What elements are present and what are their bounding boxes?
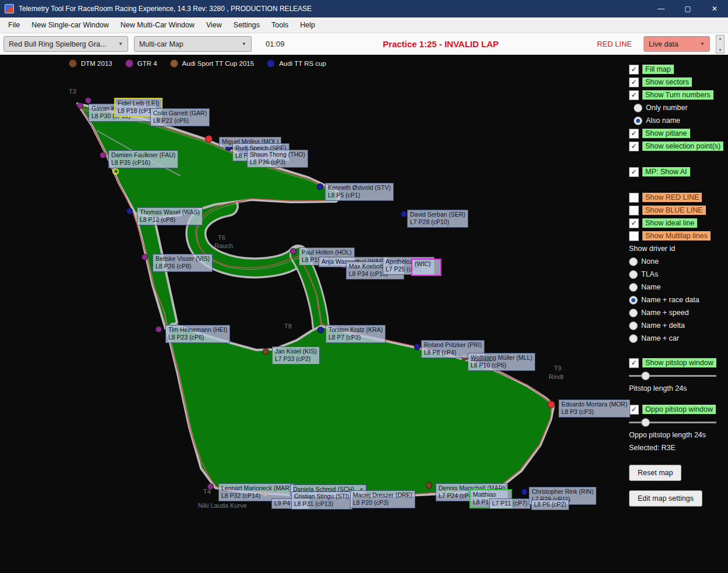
checkbox-show-pitlane[interactable]: ✓ bbox=[629, 129, 639, 139]
radio-name-race-data[interactable] bbox=[629, 296, 638, 305]
driver-label-thomas-wasel-was[interactable]: Thomas Wasel (WAS)L8 P12 (cP8) bbox=[137, 207, 203, 225]
radio-name-delta[interactable] bbox=[629, 321, 638, 330]
car-dot-red[interactable] bbox=[547, 401, 555, 408]
car-dot-navy[interactable] bbox=[317, 327, 324, 333]
driver-label-edoardo-mortara-mor[interactable]: Edoardo Mortara (MOR)L8 P3 (cP3) bbox=[559, 399, 630, 418]
checkbox-show-turn-numbers[interactable]: ✓ bbox=[629, 90, 639, 100]
car-dot-purple[interactable] bbox=[207, 483, 214, 490]
checkbox-show-red-line[interactable] bbox=[629, 193, 639, 203]
slider-thumb[interactable] bbox=[641, 372, 650, 380]
car-dot-purple[interactable] bbox=[77, 102, 83, 109]
car-dot-brown[interactable] bbox=[263, 348, 269, 355]
driver-name: Maciej Dreszer (DRE) bbox=[353, 491, 412, 499]
radio-row-name-car: Name + car bbox=[629, 333, 728, 344]
car-dot-navy[interactable] bbox=[401, 211, 407, 217]
car-dot-navy[interactable] bbox=[521, 489, 528, 495]
driver-label-colin-garrett-gar[interactable]: Colin Garrett (GAR)L8 P22 (cP5) bbox=[150, 108, 210, 126]
car-dot-purple[interactable] bbox=[142, 254, 148, 260]
car-dot-navy[interactable] bbox=[414, 344, 420, 350]
radio-name-speed[interactable] bbox=[629, 309, 638, 317]
driver-label-info[interactable]: L7 P11 (cP7) bbox=[489, 498, 531, 509]
menu-item-view[interactable]: View bbox=[200, 19, 228, 31]
car-dot-purple[interactable] bbox=[156, 326, 162, 333]
driver-name: (WIC) bbox=[415, 260, 438, 268]
radio-row-name-race-data: Name + race data bbox=[629, 295, 728, 305]
slider-pitstop-length[interactable] bbox=[629, 371, 716, 380]
car-dot-purple[interactable] bbox=[290, 248, 296, 254]
menu-item-tools[interactable]: Tools bbox=[266, 19, 294, 31]
driver-label-beitske-visser-vis[interactable]: Beitske Visser (VIS)L8 P26 (cP8) bbox=[153, 254, 213, 272]
map-area[interactable]: DTM 2013GTR 4Audi Sport TT Cup 2015Audi … bbox=[0, 55, 728, 573]
radio-name[interactable] bbox=[629, 283, 638, 292]
checkbox-fill-map[interactable]: ✓ bbox=[629, 65, 639, 75]
radio-label: None bbox=[641, 257, 662, 266]
driver-label-wolfgang-m-ller-mll[interactable]: Wolfgang Müller (MLL)L8 P10 (cP6) bbox=[468, 353, 535, 371]
track-select[interactable]: Red Bull Ring Spielberg Gra... ▼ bbox=[3, 36, 128, 52]
driver-name: Torsten Kratz (KRA) bbox=[328, 326, 383, 334]
driver-info: L8 P3 (cP3) bbox=[561, 408, 627, 416]
driver-label-info[interactable]: L8 P6 (cP2) bbox=[531, 500, 569, 510]
driver-label-david-serban-ser[interactable]: David Serban (SER)L7 P28 (cP10) bbox=[407, 210, 468, 228]
car-dot-purple[interactable] bbox=[85, 97, 91, 104]
checkbox-show-multilap-lines[interactable] bbox=[629, 231, 639, 241]
scroll-down-icon[interactable]: ▼ bbox=[719, 48, 722, 52]
driver-label-cristian-stingu-sti[interactable]: Cristian Stingu (STI)L8 P31 (cP13) bbox=[291, 491, 352, 510]
car-dot-navy[interactable] bbox=[126, 208, 133, 214]
car-dot-brown[interactable] bbox=[426, 482, 432, 489]
checkbox-row-show-sectors: ✓Show sectors bbox=[629, 77, 728, 87]
radio-name-car[interactable] bbox=[629, 334, 638, 343]
close-icon[interactable]: ✕ bbox=[701, 0, 728, 17]
driver-label-torsten-kratz-kra[interactable]: Torsten Kratz (KRA)L8 P7 (cP3) bbox=[326, 325, 386, 343]
driver-label-maciej-dreszer-dre[interactable]: Maciej Dreszer (DRE)L8 P20 (cP3) bbox=[350, 490, 415, 508]
maximize-icon[interactable]: ▢ bbox=[674, 0, 701, 17]
menu-bar: FileNew Single-car WindowNew Multi-Car W… bbox=[0, 17, 728, 33]
driver-info: L8 P12 (cP8) bbox=[140, 216, 200, 224]
radio-tlas[interactable] bbox=[629, 270, 638, 279]
checkbox-show-blue-line[interactable] bbox=[629, 206, 639, 215]
car-dot-red[interactable] bbox=[205, 135, 213, 143]
checkbox-show-selection-point-s[interactable]: ✓ bbox=[629, 142, 639, 151]
menu-item-new-multi-car-window[interactable]: New Multi-Car Window bbox=[115, 19, 200, 31]
menu-item-help[interactable]: Help bbox=[294, 19, 321, 31]
driver-label-tim-heinemann-hei[interactable]: Tim Heinemann (HEI)L8 P23 (cP6) bbox=[165, 325, 230, 343]
driver-name: David Serban (SER) bbox=[410, 211, 465, 218]
slider-row-oppo-pitstop-length bbox=[629, 417, 728, 427]
turn-label-niki-lauda-kurve: Niki Lauda Kurve bbox=[198, 502, 247, 509]
menu-item-new-single-car-window[interactable]: New Single-car Window bbox=[26, 19, 115, 31]
button-edit-map-settings[interactable]: Edit map settings bbox=[629, 490, 702, 507]
slider-oppo-pitstop-length[interactable] bbox=[629, 418, 716, 427]
minimize-icon[interactable]: — bbox=[648, 0, 674, 17]
car-dot-navy[interactable] bbox=[317, 183, 323, 190]
radio-also-name[interactable] bbox=[634, 116, 642, 125]
checkbox-label: Show pitlane bbox=[642, 129, 690, 138]
scroll-up-icon[interactable]: ▲ bbox=[719, 37, 722, 40]
driver-info: L8 P6 (cP2) bbox=[534, 501, 566, 508]
checkbox-show-sectors[interactable]: ✓ bbox=[629, 77, 639, 87]
driver-label-kenneth-stvold-stv[interactable]: Kenneth Østvold (STV)L8 P5 (cP1) bbox=[325, 183, 394, 201]
slider-thumb[interactable] bbox=[641, 418, 650, 427]
radio-none[interactable] bbox=[629, 257, 638, 266]
driver-label-wic[interactable]: (WIC) bbox=[411, 259, 441, 276]
title-bar: Telemetry Tool For RaceRoom Racing Exper… bbox=[0, 0, 728, 17]
car-dot-purple[interactable] bbox=[100, 152, 106, 158]
driver-label-damien-faulkner-fau[interactable]: Damien Faulkner (FAU)L8 P35 (cP16) bbox=[108, 150, 178, 168]
button-reset-map[interactable]: Reset map bbox=[629, 465, 681, 481]
driver-label-shaun-thong-tho[interactable]: Shaun Thong (THO)L8 P36 (cP3) bbox=[247, 150, 308, 168]
scrollbar-stub[interactable]: ▲ ▼ bbox=[716, 35, 725, 54]
view-select[interactable]: Multi-car Map ▼ bbox=[134, 36, 252, 52]
checkbox-show-pitstop-window[interactable]: ✓ bbox=[629, 358, 639, 368]
radio-only-number[interactable] bbox=[634, 104, 642, 112]
menu-item-settings[interactable]: Settings bbox=[228, 19, 266, 31]
driver-info: L8 P20 (cP3) bbox=[353, 499, 412, 507]
checkbox-show-ideal-line[interactable]: ✓ bbox=[629, 218, 639, 228]
line-mode-label: RED LINE bbox=[597, 40, 632, 48]
car-dot-yellow[interactable] bbox=[112, 168, 119, 175]
track-descent bbox=[298, 255, 321, 327]
checkbox-mp-show-ai[interactable]: ✓ bbox=[629, 167, 639, 177]
checkbox-oppo-pitstop-window[interactable]: ✓ bbox=[629, 405, 639, 415]
legend-label: DTM 2013 bbox=[81, 60, 112, 67]
window-title: Telemetry Tool For RaceRoom Racing Exper… bbox=[19, 5, 312, 13]
menu-item-file[interactable]: File bbox=[2, 19, 26, 31]
driver-label-jan-kisiel-kis[interactable]: Jan Kisiel (KIS)L7 P33 (cP2) bbox=[272, 346, 320, 365]
data-source-select[interactable]: Live data ▼ bbox=[644, 36, 710, 52]
